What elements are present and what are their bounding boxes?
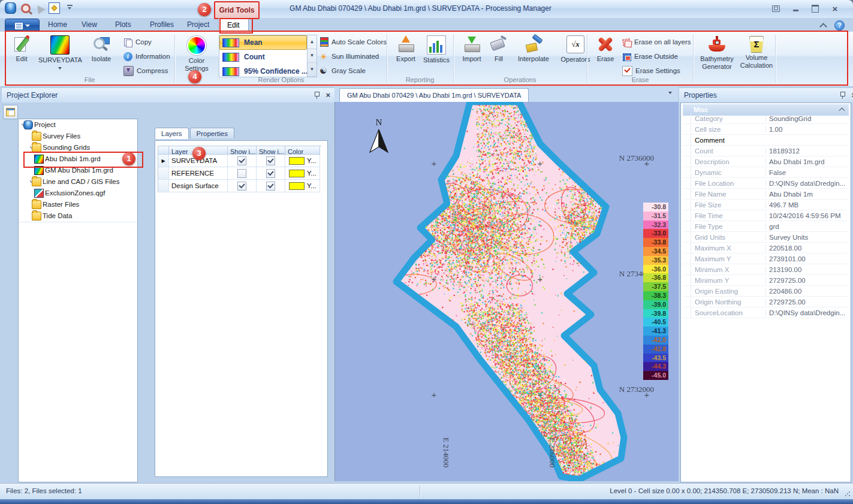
tab-project[interactable]: Project (179, 18, 218, 31)
tree-item-sounding-grids[interactable]: Sounding Grids (19, 142, 137, 154)
column-header-show-i[interactable]: Show i... (228, 146, 257, 155)
application-menu-button[interactable] (5, 19, 40, 33)
checkbox-unchecked[interactable] (237, 169, 246, 178)
pin-icon[interactable] (839, 92, 845, 99)
tab-layers[interactable]: Layers (155, 128, 189, 139)
column-header-show-i[interactable]: Show i... (257, 146, 285, 155)
erase-button[interactable]: Erase (591, 35, 620, 73)
tab-home[interactable]: Home (40, 18, 76, 31)
color-settings-button[interactable]: Color Settings (180, 35, 213, 73)
property-row-cell-size[interactable]: Cell size1.00 (683, 124, 848, 135)
erase-on-all-layers-button[interactable]: Erase on all layers (622, 36, 691, 48)
sun-illuminated-toggle[interactable]: ☀Sun Illuminated (320, 50, 379, 62)
maximize-button[interactable] (809, 4, 821, 13)
tree-item-exclusionzones-qgf[interactable]: ExclusionZones.qgf (19, 188, 137, 200)
layer-row-design-surface[interactable]: Design SurfaceY... (158, 180, 321, 192)
tree-item-project[interactable]: Project (19, 119, 137, 131)
property-row-file-location[interactable]: File LocationD:\QINSy data\Dredgin... (683, 178, 848, 189)
bathymetry-generator-button[interactable]: Bathymetry Generator (697, 35, 737, 73)
pointer-icon[interactable] (34, 3, 46, 14)
gallery-scroll-down[interactable]: ▼ (308, 49, 317, 63)
help-button[interactable]: ? (834, 20, 845, 31)
property-row-sourcelocation[interactable]: SourceLocationD:\QINSy data\Dredgin... (683, 307, 848, 318)
layer-row-surveydata[interactable]: ▶SURVEYDATAY... (158, 155, 321, 167)
import-button[interactable]: Import (457, 35, 486, 73)
property-row-origin-northing[interactable]: Origin Northing2729725.00 (683, 297, 848, 307)
copy-button[interactable]: Copy (123, 36, 152, 48)
layer-color-cell[interactable]: Y... (285, 155, 320, 167)
layer-color-cell[interactable]: Y... (285, 167, 320, 180)
erase-settings-button[interactable]: Erase Settings (622, 65, 680, 77)
tree-item-raster-files[interactable]: Raster Files (19, 199, 137, 211)
property-row-origin-easting[interactable]: Origin Easting220486.00 (683, 286, 848, 297)
pin-icon[interactable] (314, 92, 320, 99)
property-row-maximum-y[interactable]: Maximum Y2739101.00 (683, 253, 848, 264)
property-row-file-name[interactable]: File NameAbu Dhabi 1m (683, 189, 848, 200)
gallery-expand[interactable]: ▼ (308, 63, 317, 77)
replay-icon[interactable] (21, 4, 31, 13)
statistics-button[interactable]: Statistics (421, 35, 452, 73)
isolate-button[interactable]: Isolate (86, 35, 116, 73)
tree-item-abu-dhabi-1m-grd[interactable]: Abu Dhabi 1m.grd (19, 153, 137, 165)
property-row-minimum-y[interactable]: Minimum Y2729725.00 (683, 275, 848, 286)
export-button[interactable]: Export (392, 35, 420, 73)
document-tab[interactable]: GM Abu Dhabi 070429 \ Abu Dhabi 1m.grd \… (339, 88, 529, 102)
property-row-dynamic[interactable]: DynamicFalse (683, 167, 848, 178)
property-row-comment[interactable]: Comment (683, 135, 848, 146)
boundary-icon[interactable] (49, 2, 60, 14)
tree-item-tide-data[interactable]: Tide Data (19, 210, 137, 222)
gallery-item-count[interactable]: Count (219, 50, 307, 64)
volume-calculation-button[interactable]: Σ Volume Calculation (738, 35, 775, 73)
property-row-file-time[interactable]: File Time10/24/2016 4:59:56 PM (683, 210, 848, 221)
resize-grip[interactable] (844, 490, 851, 497)
erase-outside-button[interactable]: Erase Outside (622, 50, 678, 62)
operators-button[interactable]: √x Operators (557, 35, 594, 73)
property-row-description[interactable]: DescriptionAbu Dhabi 1m.grd (683, 156, 848, 167)
tree-item-line-and-cad-gis-files[interactable]: Line and CAD / GIS Files (19, 176, 137, 188)
auto-scale-colors-toggle[interactable]: Auto Scale Colors (320, 36, 387, 48)
tree-item-survey-files[interactable]: Survey Files (19, 131, 137, 143)
project-icon[interactable] (5, 2, 16, 14)
information-button[interactable]: iInformation (123, 50, 170, 62)
property-row-grid-units[interactable]: Grid UnitsSurvey Units (683, 232, 848, 243)
compress-button[interactable]: Compress (123, 65, 168, 77)
checkbox-checked[interactable] (266, 169, 275, 178)
checkbox-checked[interactable] (266, 156, 275, 165)
property-row-maximum-x[interactable]: Maximum X220518.00 (683, 243, 848, 253)
property-row-count[interactable]: Count18189312 (683, 146, 848, 156)
tab-profiles[interactable]: Profiles (141, 18, 182, 31)
interpolate-button[interactable]: Interpolate (511, 35, 556, 73)
layer-row-reference[interactable]: REFERENCEY... (158, 167, 321, 180)
tab-edit[interactable]: Edit (218, 18, 249, 32)
fullscreen-button[interactable] (770, 4, 782, 13)
checkbox-checked[interactable] (266, 182, 275, 191)
tab-layer-properties[interactable]: Properties (190, 128, 234, 138)
property-row-file-size[interactable]: File Size496.7 MB (683, 200, 848, 210)
tab-plots[interactable]: Plots (107, 18, 140, 31)
gallery-item-mean[interactable]: Mean (219, 35, 307, 50)
row-marker-header[interactable] (158, 146, 169, 155)
property-row-category[interactable]: CategorySoundingGrid (683, 113, 848, 124)
property-row-minimum-x[interactable]: Minimum X213190.00 (683, 264, 848, 275)
map-view[interactable]: +++++++++N 2736000N 2734000N 2732000E 21… (334, 102, 679, 481)
checkbox-checked[interactable] (237, 156, 246, 165)
gallery-scroll-up[interactable]: ▲ (308, 35, 317, 49)
explorer-view-button[interactable] (3, 105, 18, 119)
column-header-color[interactable]: Color (285, 146, 320, 155)
minimize-button[interactable] (789, 4, 801, 13)
tree-item-gm-abu-dhabi-1m-grd[interactable]: GM Abu Dhabi 1m.grd (19, 165, 137, 177)
tab-view[interactable]: View (73, 18, 106, 31)
layer-color-cell[interactable]: Y... (285, 180, 320, 192)
quick-access-dropdown-icon[interactable] (67, 5, 73, 11)
gray-scale-toggle[interactable]: ☯Gray Scale (320, 65, 366, 77)
fill-button[interactable]: Fill (487, 35, 510, 73)
checkbox-checked[interactable] (237, 182, 246, 191)
edit-button[interactable]: Edit (8, 35, 35, 73)
collapse-ribbon-icon[interactable] (819, 23, 827, 31)
property-row-file-type[interactable]: File Typegrd (683, 221, 848, 232)
document-list-dropdown-icon[interactable] (668, 92, 672, 94)
close-button[interactable]: × (829, 4, 841, 13)
surveydata-button[interactable]: SURVEYDATA (38, 35, 82, 73)
close-icon[interactable]: × (325, 92, 330, 99)
contextual-tab-group-grid-tools[interactable]: Grid Tools (214, 1, 260, 19)
